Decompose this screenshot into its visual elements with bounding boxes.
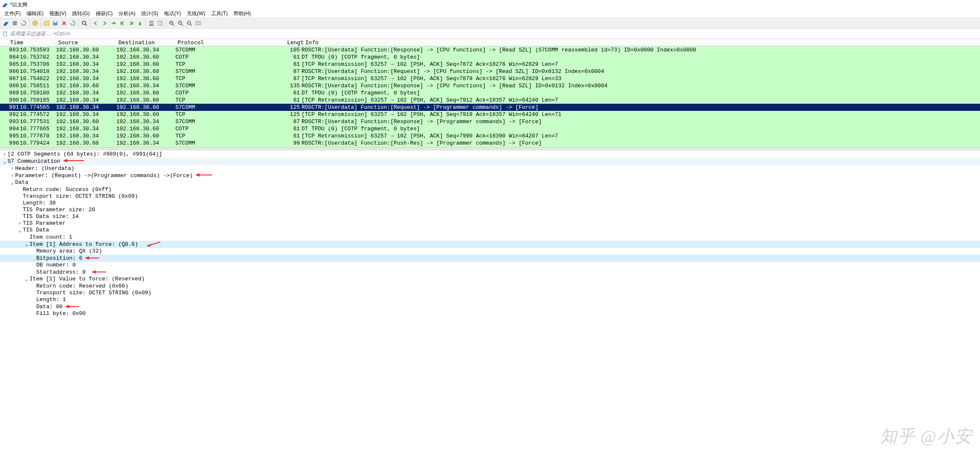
column-length[interactable]: Length: [287, 39, 304, 46]
open-file-icon[interactable]: [42, 19, 51, 27]
svg-text:1: 1: [188, 22, 190, 24]
packet-row[interactable]: 98510.753706192.168.30.34192.168.30.60TC…: [0, 61, 980, 68]
tree-leaf[interactable]: Startaddress: 0: [0, 269, 980, 276]
packet-list-header[interactable]: Time Source Destination Protocol Length …: [0, 39, 980, 46]
tree-node[interactable]: ⌄Data: [0, 179, 980, 186]
start-capture-icon[interactable]: [2, 19, 10, 27]
cell-source: 192.168.30.34: [56, 111, 116, 118]
cell-no: 983: [1, 46, 19, 54]
cell-length: 61: [285, 125, 300, 132]
tree-node-s7comm[interactable]: ⌄S7 Communication: [0, 158, 980, 165]
packet-row[interactable]: 98410.753702192.168.30.34192.168.30.60CO…: [0, 54, 980, 61]
tree-leaf[interactable]: TIS Parameter size: 20: [0, 207, 980, 213]
tree-leaf[interactable]: Return code: Reserved (0x00): [0, 283, 980, 290]
packet-row[interactable]: 99410.777665192.168.30.34192.168.30.60CO…: [0, 125, 980, 132]
tree-node[interactable]: ›Parameter: (Request) ->(Programmer comm…: [0, 172, 980, 179]
zoom-reset-icon[interactable]: 1: [185, 19, 194, 27]
menu-item[interactable]: 文件(F): [2, 10, 23, 17]
colorize-icon[interactable]: [147, 19, 156, 27]
tree-leaf-bitposition[interactable]: Bitposition: 6: [0, 255, 980, 262]
menu-item[interactable]: 电话(Y): [162, 10, 183, 17]
packet-row[interactable]: 99010.759185192.168.30.34192.168.30.60TC…: [0, 97, 980, 104]
tree-leaf[interactable]: Return code: Success (0xff): [0, 186, 980, 193]
packet-row[interactable]: 99210.774572192.168.30.34192.168.30.60TC…: [0, 111, 980, 118]
packet-row[interactable]: 99310.777531192.168.30.60192.168.30.34S7…: [0, 118, 980, 125]
cell-length: 61: [285, 97, 300, 104]
zoom-in-icon[interactable]: [167, 19, 176, 27]
column-destination[interactable]: Destination: [118, 39, 178, 46]
tree-node[interactable]: ⌄Item [1] Value to force: (Reserved): [0, 276, 980, 283]
cell-destination: 192.168.30.60: [116, 111, 175, 118]
cell-protocol: TCP: [175, 111, 285, 118]
go-last-icon[interactable]: [127, 19, 135, 27]
column-protocol[interactable]: Protocol: [178, 39, 287, 46]
annotation-arrow-icon: [146, 240, 162, 247]
cell-source: 192.168.30.34: [56, 54, 116, 61]
tree-leaf[interactable]: Transport size: OCTET STRING (0x09): [0, 193, 980, 200]
menu-item[interactable]: 跳转(G): [70, 10, 92, 17]
packet-row[interactable]: 99510.777670192.168.30.34192.168.30.60TC…: [0, 132, 980, 140]
packet-row[interactable]: 99610.779424192.168.30.60192.168.30.34S7…: [0, 140, 980, 147]
cell-no: 987: [1, 75, 19, 82]
cell-no: 995: [1, 132, 19, 140]
tree-leaf[interactable]: Item count: 1: [0, 234, 980, 241]
go-to-packet-icon[interactable]: [109, 19, 118, 27]
restart-capture-icon[interactable]: [19, 19, 28, 27]
cell-info: [TCP Retransmission] 63257 → 102 [PSH, A…: [300, 132, 980, 140]
column-time[interactable]: Time: [0, 39, 58, 46]
tree-leaf[interactable]: Length: 1: [0, 296, 980, 303]
tree-leaf[interactable]: DB number: 0: [0, 262, 980, 269]
tree-leaf[interactable]: Length: 38: [0, 200, 980, 207]
resize-columns-icon[interactable]: [156, 19, 164, 27]
tree-node[interactable]: ›Header: (Userdata): [0, 165, 980, 172]
go-back-icon[interactable]: [92, 19, 100, 27]
filter-bookmark-icon[interactable]: [2, 30, 8, 37]
menu-item[interactable]: 视图(V): [47, 10, 69, 17]
go-forward-icon[interactable]: [100, 19, 109, 27]
menu-item[interactable]: 分析(A): [116, 10, 138, 17]
options-icon[interactable]: [31, 19, 39, 27]
cell-destination: 192.168.30.60: [116, 132, 175, 140]
packet-row[interactable]: 98610.754018192.168.30.34192.168.30.60S7…: [0, 68, 980, 75]
menu-item[interactable]: 捕获(C): [93, 10, 116, 17]
cell-destination: 192.168.30.34: [116, 82, 175, 89]
tree-leaf[interactable]: Memory area: QX (32): [0, 248, 980, 255]
column-info[interactable]: Info: [304, 39, 980, 46]
tree-node-item-addr[interactable]: ⌄Item [1] Address to force: (Q0.6): [0, 241, 980, 248]
packet-row[interactable]: 98710.754022192.168.30.34192.168.30.60TC…: [0, 75, 980, 82]
menu-item[interactable]: 无线(W): [184, 10, 207, 17]
tree-leaf[interactable]: Data: 00: [0, 303, 980, 310]
cell-destination: 192.168.30.60: [116, 54, 175, 61]
cell-length: 99: [285, 140, 300, 147]
stop-capture-icon[interactable]: [11, 19, 19, 27]
tree-node[interactable]: ⌄TIS Data: [0, 227, 980, 234]
zoom-out-icon[interactable]: [176, 19, 185, 27]
display-filter-input[interactable]: [10, 31, 978, 37]
cell-length: 87: [285, 68, 300, 75]
packet-row[interactable]: 99110.774565192.168.30.34192.168.30.60S7…: [0, 104, 980, 111]
cell-time: 10.779424: [19, 140, 56, 147]
tree-leaf[interactable]: Transport size: OCTET STRING (0x09): [0, 290, 980, 296]
tree-node[interactable]: ›TIS Parameter: [0, 220, 980, 227]
cell-info: ROSCTR:[Userdata] Function:[Response] ->…: [300, 46, 980, 54]
find-icon[interactable]: [80, 19, 89, 27]
close-file-icon[interactable]: [60, 19, 68, 27]
packet-row[interactable]: 99710.779562192.168.30.34192.168.30.60CO…: [0, 147, 980, 148]
packet-row[interactable]: 98310.753593192.168.30.60192.168.30.34S7…: [0, 46, 980, 54]
tree-leaf[interactable]: TIS Data size: 14: [0, 213, 980, 220]
save-file-icon[interactable]: [51, 19, 59, 27]
packet-row[interactable]: 98910.759180192.168.30.34192.168.30.60CO…: [0, 89, 980, 97]
cell-source: 192.168.30.34: [56, 61, 116, 68]
resize-all-icon[interactable]: [194, 19, 202, 27]
menu-item[interactable]: 编辑(E): [24, 10, 46, 17]
tree-leaf[interactable]: Fill byte: 0x00: [0, 310, 980, 317]
menu-item[interactable]: 帮助(H): [231, 10, 253, 17]
column-source[interactable]: Source: [58, 39, 118, 46]
tree-node[interactable]: ›[2 COTP Segments (64 bytes): #989(0), #…: [0, 151, 980, 158]
menu-item[interactable]: 统计(S): [139, 10, 161, 17]
menu-item[interactable]: 工具(T): [209, 10, 230, 17]
reload-icon[interactable]: [69, 19, 77, 27]
go-first-icon[interactable]: [118, 19, 127, 27]
auto-scroll-icon[interactable]: [136, 19, 144, 27]
packet-row[interactable]: 98810.758511192.168.30.60192.168.30.34S7…: [0, 82, 980, 89]
